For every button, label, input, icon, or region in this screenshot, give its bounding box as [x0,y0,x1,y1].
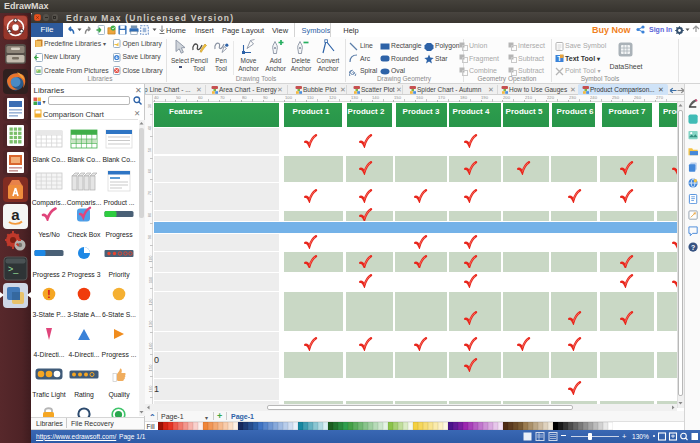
svg-text:!: ! [47,289,50,300]
svg-text:?: ? [691,244,695,251]
svg-text:>_: >_ [8,264,19,274]
svg-text:a: a [11,206,20,223]
